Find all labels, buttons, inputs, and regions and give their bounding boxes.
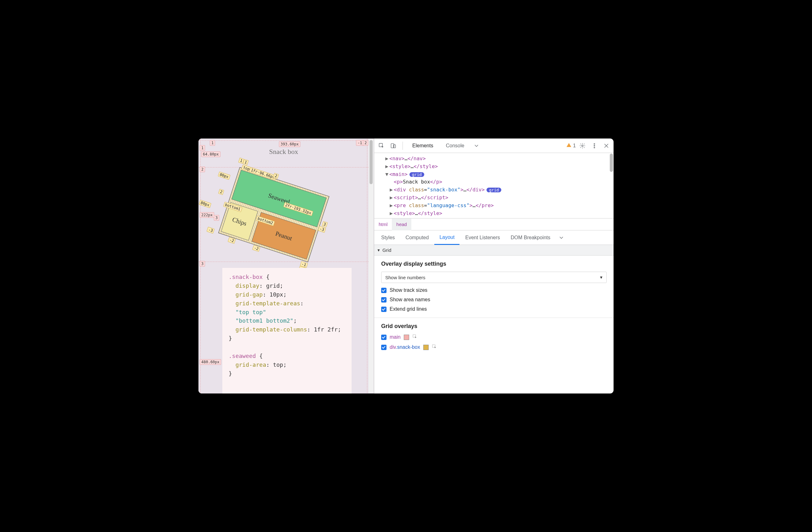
svg-point-5	[594, 145, 595, 146]
rendered-page-viewport[interactable]: Snack box 1 -1 2 1 64.80px 2 222px 3 3 3…	[199, 139, 374, 393]
section-grid-title: Grid	[382, 248, 391, 253]
checkbox-checked-icon[interactable]	[381, 297, 387, 303]
subtab-dom-breakpoints[interactable]: DOM Breakpoints	[506, 230, 555, 245]
grid-line-col-end	[367, 139, 367, 393]
opt-extend-grid-lines[interactable]: Extend grid lines	[381, 306, 607, 312]
more-subtabs-icon[interactable]	[556, 232, 567, 243]
grid-badge-2[interactable]: grid	[487, 187, 501, 192]
devtools-panel: Elements Console 1 ▶	[374, 139, 613, 393]
overlay-item-snack-box[interactable]: div.snack-box	[381, 344, 607, 350]
layout-pane-body: Overlay display settings Show line numbe…	[374, 256, 613, 357]
chevron-down-icon: ▾	[600, 275, 603, 280]
snack-box-overlay: Seaweed Chips Peanut 1 1 top 1fr·96.66px…	[218, 167, 329, 262]
checkbox-checked-icon[interactable]	[381, 335, 387, 340]
dom-tree[interactable]: ▶<nav>…</nav> ▶<style>…</style> ▼<main>g…	[374, 153, 613, 219]
grid-label-col-2-b: 2	[363, 140, 368, 146]
gl-80a: 80px	[218, 171, 231, 180]
tab-elements[interactable]: Elements	[407, 139, 439, 153]
sidebar-tabs: Styles Computed Layout Event Listeners D…	[374, 230, 613, 245]
grid-label-row-1: 1	[210, 140, 215, 146]
opt-show-track-sizes[interactable]: Show track sizes	[381, 288, 607, 293]
disclosure-triangle-icon: ▼	[377, 248, 380, 252]
subtab-event-listeners[interactable]: Event Listeners	[460, 230, 505, 245]
color-swatch[interactable]	[404, 335, 409, 340]
select-value: Show line numbers	[385, 275, 425, 280]
subtab-computed[interactable]: Computed	[401, 230, 434, 245]
grid-label-width: 393.60px	[279, 141, 300, 147]
checkbox-checked-icon[interactable]	[381, 345, 387, 350]
more-tabs-icon[interactable]	[471, 140, 482, 151]
issues-counter[interactable]: 1	[566, 142, 576, 149]
snack-box-grid: Seaweed Chips Peanut 1 1 top 1fr·96.66px…	[218, 167, 329, 262]
overlay-item-tag: div	[390, 345, 396, 350]
grid-label-rowh1: 64.80px	[201, 151, 220, 157]
reveal-in-elements-icon[interactable]	[412, 334, 417, 340]
overlay-item-class: .snack-box	[396, 345, 420, 350]
gl-c3: 3	[322, 221, 328, 228]
issues-count: 1	[573, 143, 576, 149]
line-numbers-select[interactable]: Show line numbers ▾	[381, 272, 607, 283]
reveal-in-elements-icon[interactable]	[432, 344, 437, 350]
grid-line-row-3	[199, 262, 368, 262]
subtab-styles[interactable]: Styles	[376, 230, 400, 245]
warning-icon	[566, 142, 572, 149]
gear-icon[interactable]	[577, 140, 588, 151]
page-heading: Snack box	[199, 148, 368, 155]
subtab-layout[interactable]: Layout	[434, 230, 460, 245]
gl-r2: 2	[218, 189, 224, 195]
color-swatch[interactable]	[423, 345, 429, 350]
gl-bn2: -2	[228, 237, 236, 244]
grid-label-row-3c: 3	[214, 215, 219, 221]
divider	[374, 318, 613, 318]
grid-label-col-neg1: -1	[356, 140, 364, 146]
device-toggle-icon[interactable]	[388, 140, 399, 151]
svg-point-6	[594, 147, 595, 148]
gl-rn3: -3	[207, 227, 215, 234]
toolbar-divider	[403, 142, 403, 150]
grid-badge[interactable]: grid	[409, 172, 424, 177]
checkbox-checked-icon[interactable]	[381, 288, 387, 293]
grid-label-1a: 1	[200, 145, 205, 151]
viewport-scroll-thumb[interactable]	[369, 140, 373, 184]
overlay-settings-heading: Overlay display settings	[381, 261, 607, 267]
svg-point-4	[594, 143, 595, 144]
svg-point-3	[582, 145, 583, 146]
grid-label-row-3: 3	[200, 261, 205, 267]
grid-label-rowh3: 480.60px	[200, 359, 221, 365]
close-icon[interactable]	[601, 140, 612, 151]
checkbox-checked-icon[interactable]	[381, 307, 387, 312]
crumb-html[interactable]: html	[374, 219, 392, 230]
grid-label-row-2: 2	[200, 167, 205, 172]
dom-scroll-thumb[interactable]	[610, 154, 613, 172]
grid-overlays-heading: Grid overlays	[381, 323, 607, 330]
section-grid-header[interactable]: ▼ Grid	[374, 245, 613, 256]
devtools-toolbar: Elements Console 1	[374, 139, 613, 153]
css-code-block: .snack-box { display: grid; grid-gap: 10…	[222, 268, 352, 393]
overlay-item-name: main	[390, 334, 401, 340]
grid-label-rowh2: 222px	[200, 212, 214, 218]
opt-show-area-names[interactable]: Show area names	[381, 297, 607, 303]
opt-label: Show area names	[390, 297, 430, 303]
inspect-icon[interactable]	[376, 140, 387, 151]
gl-c1b: 1	[243, 159, 249, 165]
tab-console[interactable]: Console	[440, 139, 470, 153]
gl-bn2b: -2	[252, 245, 260, 252]
viewport-scrollbar[interactable]	[368, 139, 374, 393]
breadcrumb: html head	[374, 219, 613, 230]
grid-line-row-1	[199, 140, 368, 141]
devtools-window: Snack box 1 -1 2 1 64.80px 2 222px 3 3 3…	[199, 139, 613, 393]
overlay-item-main[interactable]: main	[381, 334, 607, 340]
crumb-head[interactable]: head	[392, 219, 411, 230]
opt-label: Show track sizes	[390, 288, 427, 293]
kebab-icon[interactable]	[589, 140, 600, 151]
opt-label: Extend grid lines	[390, 306, 427, 312]
